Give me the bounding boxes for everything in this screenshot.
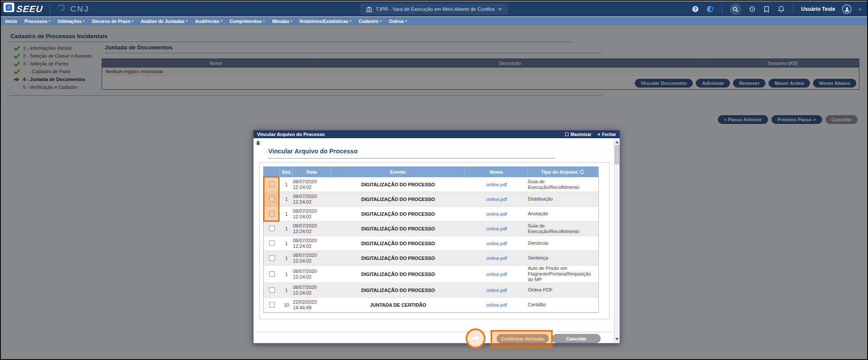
extension-checkbox[interactable]: ✓ [3,3,14,12]
cell-tipo: Anotação [528,211,598,217]
court-selector[interactable]: TJPR - Vara de Execução em Meio Aberto d… [360,3,508,15]
file-link[interactable]: online.pdf [486,226,507,231]
dialog-titlebar[interactable]: Vincular Arquivo do Processo Maximizar ×… [254,130,620,138]
close-icon: × [598,132,600,136]
seeu-logo: SEEU [16,4,44,14]
cell-seq: 1 [280,197,293,202]
row-checkbox[interactable] [269,255,275,261]
scroll-up-icon[interactable] [615,141,619,143]
contrast-icon[interactable] [706,5,714,13]
dialog-title: Vincular Arquivo do Processo [257,132,325,137]
dropdown-caret-icon: ▾ [132,19,133,23]
menu-item[interactable]: Minutas ▾ [272,19,293,24]
cell-seq: 1 [280,241,293,246]
files-panel: Seq Data Evento Nome Tipo do Arquivo 1 0… [259,162,610,319]
table-row: 1 08/07/2020 12:24:02 DIGITALIZAÇÃO DO P… [264,207,598,221]
cell-seq: 10 [280,302,293,308]
menu-item[interactable]: Processos ▾ [24,19,50,24]
menu-item-label: Início [5,19,17,24]
menu-item[interactable]: Cadastro ▾ [359,19,382,24]
bookmark-icon[interactable] [763,5,771,13]
divider [793,4,794,14]
table-row: 1 08/07/2020 12:24:02 DIGITALIZAÇÃO DO P… [264,192,598,207]
row-checkbox[interactable] [269,302,275,308]
dropdown-caret-icon: ▾ [263,19,265,23]
cell-evento: DIGITALIZAÇÃO DO PROCESSO [331,288,465,293]
file-link[interactable]: online.pdf [486,302,507,308]
topbar-actions: ? Usuário Teste [691,1,862,17]
menu-item[interactable]: Decurso de Prazo ▾ [92,19,133,24]
main-menu: Início ▾ Processos ▾ Intimações ▾ Decurs… [1,17,867,25]
table-row: 1 08/07/2020 12:24:02 DIGITALIZAÇÃO DO P… [264,236,598,251]
topbar: ✓ SEEU CNJ TJPR - Vara de Execução em Me… [1,1,867,16]
close-button[interactable]: × Fechar [598,132,616,137]
cell-tipo: Online PDF [528,287,598,293]
file-link[interactable]: online.pdf [486,211,507,217]
maximize-button[interactable]: Maximizar [565,132,591,137]
dialog-body: Vincular Arquivo do Processo Seq Data Ev… [254,138,620,343]
annotation-checkboxes-highlight [263,176,280,222]
scrollbar-thumb[interactable] [615,145,619,164]
menu-item[interactable]: Início ▾ [5,19,17,24]
menu-item[interactable]: Outros ▾ [389,19,407,24]
menu-item-label: Cumprimentos [230,19,262,24]
dropdown-caret-icon: ▾ [83,19,84,23]
file-link[interactable]: online.pdf [486,256,507,261]
dialog-scrollbar[interactable] [614,138,620,343]
file-link[interactable]: online.pdf [486,288,507,293]
cell-data: 08/07/2020 12:24:02 [293,285,331,296]
refresh-icon[interactable] [579,169,585,175]
dropdown-caret-icon: ▾ [405,19,407,23]
annotation-confirm-highlight [491,330,553,348]
history-icon[interactable] [748,5,756,13]
cell-evento: DIGITALIZAÇÃO DO PROCESSO [331,272,465,277]
menu-item-label: Processos [24,19,47,24]
menu-item-label: Audiências [195,19,219,24]
header-cell-evento: Evento [331,167,465,177]
cell-evento: DIGITALIZAÇÃO DO PROCESSO [331,256,465,261]
divider [268,158,554,159]
menu-item-label: Relatórios/Estatísticas [300,19,349,24]
header-cell-checkbox [264,167,280,177]
cell-data: 08/07/2020 12:24:02 [293,269,331,280]
cell-seq: 1 [280,272,293,277]
chevron-down-icon[interactable] [858,8,862,10]
dialog-cancel-button[interactable]: Cancelar [552,334,601,343]
cell-tipo: Guia de Execução/Recolhimento [528,179,598,190]
file-link[interactable]: online.pdf [486,272,507,277]
cell-tipo: Sentença [528,255,598,261]
cell-tipo: Certidão [528,302,598,308]
table-row: 1 08/07/2020 12:24:02 DIGITALIZAÇÃO DO P… [264,283,598,298]
row-checkbox[interactable] [269,226,275,231]
dropdown-caret-icon: ▾ [186,19,188,23]
help-icon[interactable]: ? [691,5,699,13]
menu-item[interactable]: Cumprimentos ▾ [230,19,265,24]
bug-icon [256,139,260,147]
cell-evento: DIGITALIZAÇÃO DO PROCESSO [331,182,465,187]
menu-item[interactable]: Análise de Juntadas ▾ [141,19,188,24]
search-icon[interactable] [730,3,741,15]
file-link[interactable]: online.pdf [486,197,507,202]
row-checkbox[interactable] [269,271,275,277]
row-checkbox[interactable] [269,287,275,293]
menu-item[interactable]: Intimações ▾ [58,19,85,24]
dropdown-caret-icon: ▾ [291,19,293,23]
menu-item[interactable]: Audiências ▾ [195,19,222,24]
scroll-down-icon[interactable] [615,338,619,341]
cell-tipo: Denúncia [528,240,598,246]
files-table-header: Seq Data Evento Nome Tipo do Arquivo [264,167,598,177]
menu-item[interactable]: Relatórios/Estatísticas ▾ [300,19,352,24]
cell-data: 08/07/2020 12:24:02 [293,208,331,220]
cell-data: 08/07/2020 12:24:02 [293,223,331,234]
cell-tipo: Guia de Execução/Recolhimento [528,223,598,234]
user-avatar[interactable] [842,4,852,14]
file-link[interactable]: online.pdf [486,241,507,246]
check-icon: ✓ [6,4,12,11]
court-name: TJPR - Vara de Execução em Meio Aberto d… [376,6,495,12]
bell-icon[interactable] [778,5,785,13]
table-row: 1 08/07/2020 12:24:02 DIGITALIZAÇÃO DO P… [264,221,598,236]
row-checkbox[interactable] [269,240,275,246]
dropdown-caret-icon: ▾ [350,19,351,23]
menu-item-label: Outros [389,19,404,24]
file-link[interactable]: online.pdf [486,182,507,187]
